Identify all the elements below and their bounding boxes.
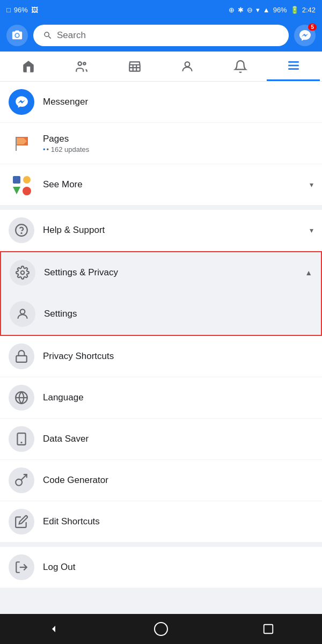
language-label: Language	[43, 392, 313, 403]
settings-privacy-chevron: ▲	[305, 268, 312, 277]
svg-marker-13	[13, 187, 20, 194]
settings-privacy-label-wrap: Settings & Privacy	[44, 267, 296, 278]
log-out-label: Log Out	[43, 562, 313, 573]
messenger-label: Messenger	[43, 97, 313, 107]
language-label-wrap: Language	[43, 392, 313, 403]
signal-icon: ▲	[263, 6, 270, 14]
pages-icon	[9, 130, 34, 156]
svg-point-17	[20, 309, 25, 314]
recents-button[interactable]	[255, 616, 281, 642]
wifi-icon: ▾	[256, 6, 260, 14]
svg-point-3	[185, 62, 190, 67]
battery-percent: 96%	[273, 6, 287, 14]
see-more-chevron: ▾	[310, 180, 313, 189]
menu-item-pages[interactable]: Pages •• 162 updates	[0, 123, 322, 164]
menu-item-messenger[interactable]: Messenger	[0, 82, 322, 123]
search-placeholder: Search	[57, 30, 86, 41]
privacy-shortcuts-icon	[9, 343, 34, 369]
status-bar: □ 96% 🖼 ⊕ ✱ ⊖ ▾ ▲ 96% 🔋 2:42	[0, 0, 322, 19]
svg-point-23	[16, 479, 22, 486]
pages-label: Pages	[43, 134, 313, 144]
menu-item-language[interactable]: Language	[0, 377, 322, 419]
log-out-icon	[9, 554, 34, 580]
data-saver-label-wrap: Data Saver	[43, 434, 313, 444]
menu-item-data-saver[interactable]: Data Saver	[0, 419, 322, 460]
search-bar: Search 5	[0, 19, 322, 52]
data-saver-label: Data Saver	[43, 434, 313, 444]
settings-icon	[10, 301, 35, 327]
tab-profile[interactable]	[161, 52, 214, 81]
messenger-label-wrap: Messenger	[43, 97, 313, 107]
tab-friends[interactable]	[55, 52, 108, 81]
nav-tabs	[0, 52, 322, 82]
tab-marketplace[interactable]	[108, 52, 161, 81]
edit-shortcuts-icon	[9, 509, 34, 535]
bottom-nav	[0, 614, 322, 644]
settings-privacy-icon	[10, 260, 35, 286]
settings-privacy-label: Settings & Privacy	[44, 267, 296, 278]
log-out-label-wrap: Log Out	[43, 562, 313, 573]
svg-point-12	[23, 176, 31, 184]
menu-item-edit-shortcuts[interactable]: Edit Shortcuts	[0, 501, 322, 543]
battery-icon: 🔋	[290, 6, 299, 14]
language-icon	[9, 385, 34, 411]
help-support-chevron: ▾	[310, 226, 313, 235]
pages-label-wrap: Pages •• 162 updates	[43, 134, 313, 153]
svg-point-1	[83, 62, 85, 64]
menu-content: Messenger Pages •• 162 updates	[0, 82, 322, 588]
svg-point-0	[78, 62, 82, 65]
privacy-shortcuts-label: Privacy Shortcuts	[43, 351, 313, 362]
help-support-label: Help & Support	[43, 225, 301, 236]
status-left: □ 96% 🖼	[6, 6, 38, 14]
see-more-label-wrap: See More	[43, 179, 301, 190]
settings-label: Settings	[44, 309, 312, 319]
menu-item-code-generator[interactable]: Code Generator	[0, 460, 322, 501]
menu-item-help-support[interactable]: Help & Support ▾	[0, 210, 322, 251]
code-generator-icon	[9, 467, 34, 493]
see-more-icon	[9, 172, 34, 197]
menu-item-settings-privacy[interactable]: Settings & Privacy ▲	[1, 252, 321, 294]
section-divider-2	[0, 543, 322, 547]
edit-shortcuts-label-wrap: Edit Shortcuts	[43, 516, 313, 527]
sim-icon: □	[6, 6, 11, 14]
time: 2:42	[302, 6, 316, 14]
svg-rect-18	[16, 356, 27, 362]
menu-item-privacy-shortcuts[interactable]: Privacy Shortcuts	[0, 336, 322, 377]
help-support-label-wrap: Help & Support	[43, 225, 301, 236]
messenger-badge: 5	[308, 24, 317, 31]
svg-point-16	[21, 271, 25, 275]
see-more-label: See More	[43, 179, 301, 190]
dnd-icon: ⊖	[247, 6, 253, 14]
svg-rect-27	[264, 625, 273, 634]
settings-label-wrap: Settings	[44, 309, 312, 319]
camera-button[interactable]	[6, 25, 28, 46]
tab-notifications[interactable]	[214, 52, 267, 81]
help-support-icon	[9, 217, 34, 243]
code-generator-label: Code Generator	[43, 475, 313, 486]
bluetooth-icon: ✱	[238, 6, 244, 14]
back-button[interactable]	[41, 616, 67, 642]
messenger-icon	[9, 89, 34, 115]
menu-item-log-out[interactable]: Log Out	[0, 547, 322, 588]
data-saver-icon	[9, 426, 34, 452]
pages-sublabel: •• 162 updates	[43, 145, 313, 153]
menu-item-settings[interactable]: Settings	[1, 294, 321, 335]
search-input[interactable]: Search	[33, 25, 289, 46]
svg-point-26	[155, 623, 167, 635]
settings-privacy-section: Settings & Privacy ▲ Settings	[0, 251, 322, 336]
privacy-shortcuts-label-wrap: Privacy Shortcuts	[43, 351, 313, 362]
svg-marker-25	[52, 626, 55, 632]
location-icon: ⊕	[229, 6, 235, 14]
messenger-button[interactable]: 5	[294, 25, 316, 46]
edit-shortcuts-label: Edit Shortcuts	[43, 516, 313, 527]
svg-rect-11	[13, 176, 20, 184]
menu-item-see-more[interactable]: See More ▾	[0, 164, 322, 206]
code-generator-label-wrap: Code Generator	[43, 475, 313, 486]
temperature: 96%	[14, 6, 28, 14]
tab-home[interactable]	[2, 52, 55, 81]
image-icon: 🖼	[31, 6, 38, 14]
section-divider-1	[0, 206, 322, 210]
status-right: ⊕ ✱ ⊖ ▾ ▲ 96% 🔋 2:42	[229, 6, 316, 14]
home-button[interactable]	[148, 616, 174, 642]
tab-menu[interactable]	[267, 52, 320, 81]
